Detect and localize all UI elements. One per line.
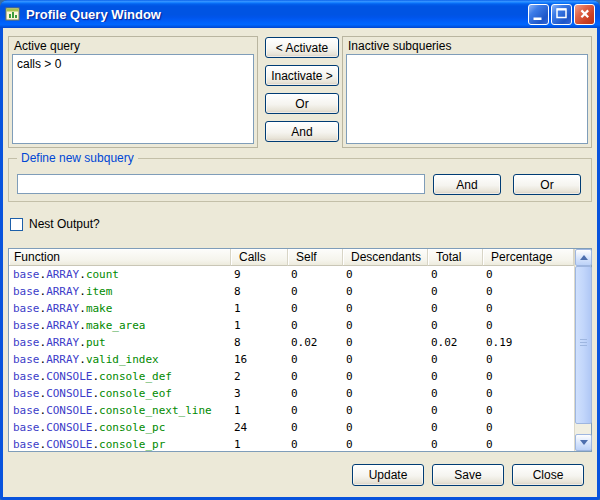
subquery-and-button[interactable]: And bbox=[433, 174, 501, 195]
cluster-name: base bbox=[13, 285, 40, 298]
table-row[interactable]: base.ARRAY.make_area10000 bbox=[9, 317, 574, 334]
minimize-button[interactable] bbox=[528, 4, 549, 25]
cluster-name: base bbox=[13, 302, 40, 315]
column-header-calls[interactable]: Calls bbox=[231, 249, 288, 266]
table-row[interactable]: base.ARRAY.make10000 bbox=[9, 300, 574, 317]
scroll-down-button[interactable] bbox=[575, 434, 592, 451]
activate-button[interactable]: < Activate bbox=[265, 37, 339, 58]
table-row[interactable]: base.CONSOLE.console_pc240000 bbox=[9, 419, 574, 436]
column-header-total[interactable]: Total bbox=[428, 249, 483, 266]
class-name: ARRAY bbox=[46, 353, 79, 366]
descendants-cell: 0 bbox=[343, 353, 428, 366]
descendants-cell: 0 bbox=[343, 302, 428, 315]
descendants-cell: 0 bbox=[343, 319, 428, 332]
query-transfer-buttons: < Activate Inactivate > Or And bbox=[265, 37, 339, 142]
window-icon bbox=[5, 6, 21, 22]
column-header-self[interactable]: Self bbox=[288, 249, 343, 266]
self-cell: 0 bbox=[288, 302, 343, 315]
maximize-button[interactable] bbox=[551, 4, 572, 25]
feature-name: item bbox=[86, 285, 113, 298]
separator-dot: . bbox=[79, 319, 86, 332]
inactive-subqueries-label: Inactive subqueries bbox=[348, 39, 451, 53]
table-row[interactable]: base.CONSOLE.console_eof30000 bbox=[9, 385, 574, 402]
percentage-cell: 0 bbox=[483, 404, 574, 417]
self-cell: 0 bbox=[288, 438, 343, 451]
active-query-label: Active query bbox=[14, 39, 80, 53]
descendants-cell: 0 bbox=[343, 268, 428, 281]
self-cell: 0 bbox=[288, 387, 343, 400]
self-cell: 0 bbox=[288, 421, 343, 434]
column-header-percentage[interactable]: Percentage bbox=[483, 249, 574, 266]
class-name: ARRAY bbox=[46, 302, 79, 315]
scroll-down-arrow-icon bbox=[580, 440, 588, 445]
column-header-descendants[interactable]: Descendants bbox=[343, 249, 428, 266]
cluster-name: base bbox=[13, 319, 40, 332]
self-cell: 0 bbox=[288, 268, 343, 281]
descendants-cell: 0 bbox=[343, 421, 428, 434]
close-button[interactable] bbox=[574, 4, 595, 25]
scrollbar-thumb[interactable] bbox=[575, 266, 592, 424]
total-cell: 0 bbox=[428, 353, 483, 366]
table-row[interactable]: base.ARRAY.put80.0200.020.19 bbox=[9, 334, 574, 351]
function-cell: base.CONSOLE.console_def bbox=[9, 370, 231, 383]
scroll-up-button[interactable] bbox=[575, 249, 592, 266]
total-cell: 0 bbox=[428, 370, 483, 383]
calls-cell: 8 bbox=[231, 336, 288, 349]
update-button[interactable]: Update bbox=[352, 464, 424, 486]
descendants-cell: 0 bbox=[343, 285, 428, 298]
function-cell: base.ARRAY.count bbox=[9, 268, 231, 281]
vertical-scrollbar[interactable] bbox=[574, 249, 591, 451]
or-button[interactable]: Or bbox=[265, 93, 339, 114]
inactive-subqueries-panel: Inactive subqueries bbox=[342, 36, 592, 148]
percentage-cell: 0 bbox=[483, 387, 574, 400]
percentage-cell: 0 bbox=[483, 438, 574, 451]
total-cell: 0 bbox=[428, 421, 483, 434]
function-cell: base.ARRAY.make bbox=[9, 302, 231, 315]
percentage-cell: 0 bbox=[483, 285, 574, 298]
cluster-name: base bbox=[13, 336, 40, 349]
separator-dot: . bbox=[79, 268, 86, 281]
table-row[interactable]: base.ARRAY.item80000 bbox=[9, 283, 574, 300]
function-cell: base.ARRAY.put bbox=[9, 336, 231, 349]
inactivate-button[interactable]: Inactivate > bbox=[265, 65, 339, 86]
inactive-subqueries-list[interactable] bbox=[346, 54, 588, 144]
nest-output-checkbox[interactable] bbox=[10, 218, 23, 231]
subquery-input[interactable] bbox=[17, 174, 425, 194]
class-name: CONSOLE bbox=[46, 404, 92, 417]
and-button[interactable]: And bbox=[265, 121, 339, 142]
percentage-cell: 0 bbox=[483, 353, 574, 366]
table-row[interactable]: base.ARRAY.valid_index160000 bbox=[9, 351, 574, 368]
feature-name: console_pc bbox=[99, 421, 165, 434]
feature-name: make_area bbox=[86, 319, 146, 332]
titlebar[interactable]: Profile Query Window bbox=[0, 0, 600, 28]
subquery-or-button[interactable]: Or bbox=[513, 174, 581, 195]
define-subquery-label: Define new subquery bbox=[17, 151, 138, 165]
feature-name: console_def bbox=[99, 370, 172, 383]
table-row[interactable]: base.CONSOLE.console_next_line10000 bbox=[9, 402, 574, 419]
total-cell: 0 bbox=[428, 387, 483, 400]
function-cell: base.CONSOLE.console_pc bbox=[9, 421, 231, 434]
cluster-name: base bbox=[13, 438, 40, 451]
nest-output-label: Nest Output? bbox=[29, 217, 100, 231]
scroll-up-arrow-icon bbox=[580, 255, 588, 260]
column-header-function[interactable]: Function bbox=[9, 249, 231, 266]
active-query-item[interactable]: calls > 0 bbox=[17, 57, 249, 71]
close-dialog-button[interactable]: Close bbox=[512, 464, 584, 486]
calls-cell: 24 bbox=[231, 421, 288, 434]
table-body: base.ARRAY.count90000base.ARRAY.item8000… bbox=[9, 266, 574, 451]
cluster-name: base bbox=[13, 370, 40, 383]
table-row[interactable]: base.CONSOLE.console_def20000 bbox=[9, 368, 574, 385]
cluster-name: base bbox=[13, 387, 40, 400]
save-button[interactable]: Save bbox=[432, 464, 504, 486]
percentage-cell: 0 bbox=[483, 421, 574, 434]
table-row[interactable]: base.ARRAY.count90000 bbox=[9, 266, 574, 283]
total-cell: 0 bbox=[428, 438, 483, 451]
calls-cell: 8 bbox=[231, 285, 288, 298]
separator-dot: . bbox=[79, 285, 86, 298]
function-cell: base.CONSOLE.console_pr bbox=[9, 438, 231, 451]
table-row[interactable]: base.CONSOLE.console_pr10000 bbox=[9, 436, 574, 451]
active-query-list[interactable]: calls > 0 bbox=[12, 54, 254, 144]
nest-output-row: Nest Output? bbox=[10, 217, 100, 231]
class-name: CONSOLE bbox=[46, 438, 92, 451]
self-cell: 0.02 bbox=[288, 336, 343, 349]
